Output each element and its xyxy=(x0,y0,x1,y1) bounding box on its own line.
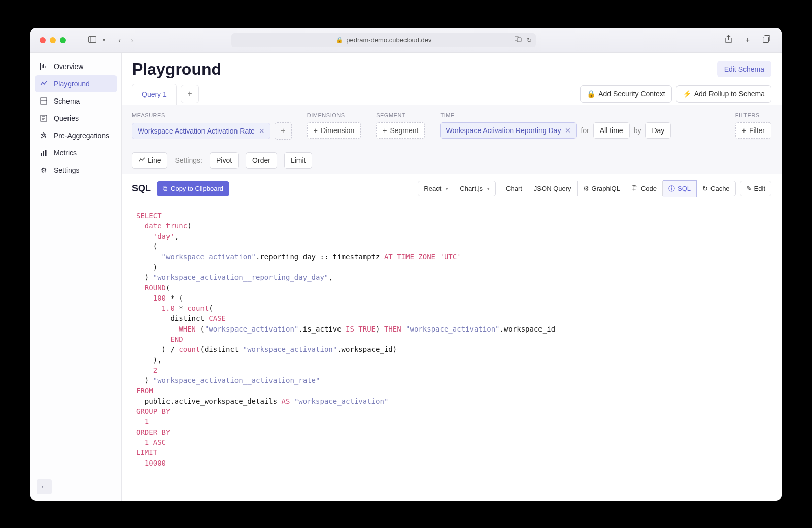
view-chart[interactable]: Chart xyxy=(500,181,528,196)
svg-marker-15 xyxy=(41,132,46,138)
edit-schema-button[interactable]: Edit Schema xyxy=(717,61,771,77)
close-window[interactable] xyxy=(40,37,46,43)
remove-chip-icon[interactable]: ✕ xyxy=(565,126,571,135)
nav-settings[interactable]: ⚙ Settings xyxy=(35,161,117,179)
sidebar-toggle-icon[interactable] xyxy=(86,34,98,46)
copy-clipboard-button[interactable]: ⧉ Copy to Clipboard xyxy=(157,181,229,196)
page-title: Playground xyxy=(132,60,221,79)
nav-label: Schema xyxy=(54,97,80,105)
add-filter-button[interactable]: + Filter xyxy=(735,122,771,139)
forward-icon[interactable]: › xyxy=(129,34,136,46)
schema-icon xyxy=(40,97,48,105)
limit-button[interactable]: Limit xyxy=(284,152,313,169)
nav-metrics[interactable]: Metrics xyxy=(35,144,117,161)
add-rollup-button[interactable]: ⚡ Add Rollup to Schema xyxy=(676,85,771,103)
sql-code-block: SELECT date_trunc( 'day', ( "workspace_a… xyxy=(122,204,782,475)
svg-rect-7 xyxy=(43,64,44,68)
nav-label: Playground xyxy=(54,80,90,88)
preagg-icon xyxy=(40,131,48,140)
pivot-button[interactable]: Pivot xyxy=(210,152,239,169)
gear-icon: ⚙ xyxy=(583,185,589,192)
svg-rect-6 xyxy=(42,65,43,68)
nav-playground[interactable]: Playground xyxy=(35,75,117,92)
gear-icon: ⚙ xyxy=(40,166,48,174)
granularity-select[interactable]: Day xyxy=(645,122,671,139)
view-json[interactable]: JSON Query xyxy=(528,181,578,196)
refresh-icon: ↻ xyxy=(702,185,708,192)
svg-rect-18 xyxy=(45,150,47,156)
lock-icon: 🔒 xyxy=(587,90,595,98)
add-segment-button[interactable]: + Segment xyxy=(376,122,425,139)
queries-icon xyxy=(40,114,48,122)
url-bar[interactable]: 🔒 pedram-demo.cubecloud.dev ↻ xyxy=(231,33,536,47)
measure-chip[interactable]: Workspace Activation Activation Rate ✕ xyxy=(132,123,270,139)
nav-label: Overview xyxy=(54,62,83,71)
metrics-icon xyxy=(40,149,48,157)
framework-select[interactable]: React▾ xyxy=(418,181,454,196)
code-icon: ⿻ xyxy=(632,185,638,192)
line-chart-icon xyxy=(139,157,145,163)
filters-label: FILTERS xyxy=(735,112,771,118)
edit-button[interactable]: ✎ Edit xyxy=(740,181,771,196)
view-code[interactable]: ⿻ Code xyxy=(626,181,663,196)
add-security-button[interactable]: 🔒 Add Security Context xyxy=(580,85,672,103)
segment-label: SEGMENT xyxy=(376,112,425,118)
copy-icon: ⧉ xyxy=(163,185,167,193)
nav-label: Metrics xyxy=(54,149,77,157)
overview-icon xyxy=(40,62,48,71)
reload-icon[interactable]: ↻ xyxy=(527,37,532,44)
time-range-select[interactable]: All time xyxy=(593,122,630,139)
traffic-lights xyxy=(40,37,66,43)
order-button[interactable]: Order xyxy=(246,152,277,169)
translate-icon[interactable] xyxy=(515,36,522,44)
url-text: pedram-demo.cubecloud.dev xyxy=(346,36,431,44)
settings-label: Settings: xyxy=(175,156,202,164)
info-icon: ⓘ xyxy=(668,184,675,193)
tabs-icon[interactable] xyxy=(761,33,772,47)
back-icon[interactable]: ‹ xyxy=(116,34,123,46)
share-icon[interactable] xyxy=(723,33,734,47)
maximize-window[interactable] xyxy=(60,37,66,43)
new-tab-icon[interactable]: + xyxy=(743,33,752,47)
time-chip[interactable]: Workspace Activation Reporting Day ✕ xyxy=(440,122,577,139)
playground-icon xyxy=(40,80,48,88)
view-graphiql[interactable]: ⚙ GraphiQL xyxy=(578,181,626,196)
nav-overview[interactable]: Overview xyxy=(35,58,117,75)
minimize-window[interactable] xyxy=(50,37,56,43)
titlebar: ▾ ‹ › 🔒 pedram-demo.cubecloud.dev ↻ + xyxy=(30,28,782,53)
add-tab-button[interactable]: + xyxy=(181,85,199,103)
nav-label: Settings xyxy=(54,166,80,174)
svg-rect-0 xyxy=(89,37,96,43)
svg-rect-17 xyxy=(43,151,45,156)
query-tab-1[interactable]: Query 1 xyxy=(132,84,177,105)
svg-rect-3 xyxy=(517,38,521,42)
browser-window: ▾ ‹ › 🔒 pedram-demo.cubecloud.dev ↻ + xyxy=(30,28,782,501)
measures-label: MEASURES xyxy=(132,112,292,118)
edit-icon: ✎ xyxy=(746,185,752,192)
svg-rect-4 xyxy=(763,37,768,43)
chevron-down-icon[interactable]: ▾ xyxy=(100,35,107,45)
nav-queries[interactable]: Queries xyxy=(35,110,117,127)
add-measure-button[interactable]: + xyxy=(275,122,292,140)
main-content: Playground Edit Schema Query 1 + 🔒 Add S… xyxy=(122,53,782,501)
remove-chip-icon[interactable]: ✕ xyxy=(259,127,265,135)
svg-rect-9 xyxy=(41,98,47,104)
chart-type-select[interactable]: Line xyxy=(132,152,167,169)
lock-icon: 🔒 xyxy=(336,37,343,43)
nav-label: Queries xyxy=(54,114,79,122)
by-text: by xyxy=(634,126,641,135)
time-label: TIME xyxy=(440,112,720,118)
svg-rect-16 xyxy=(41,153,42,156)
nav-preagg[interactable]: Pre-Aggregations xyxy=(35,127,117,144)
chartlib-select[interactable]: Chart.js▾ xyxy=(454,181,496,196)
view-cache[interactable]: ↻ Cache xyxy=(697,181,736,196)
add-dimension-button[interactable]: + Dimension xyxy=(307,122,361,139)
dimensions-label: DIMENSIONS xyxy=(307,112,361,118)
svg-rect-8 xyxy=(45,66,46,68)
nav-label: Pre-Aggregations xyxy=(54,131,109,140)
for-text: for xyxy=(581,126,589,135)
nav-schema[interactable]: Schema xyxy=(35,92,117,110)
sql-title: SQL xyxy=(132,183,151,194)
collapse-sidebar[interactable]: ← xyxy=(37,479,52,494)
view-sql[interactable]: ⓘ SQL xyxy=(663,180,697,197)
